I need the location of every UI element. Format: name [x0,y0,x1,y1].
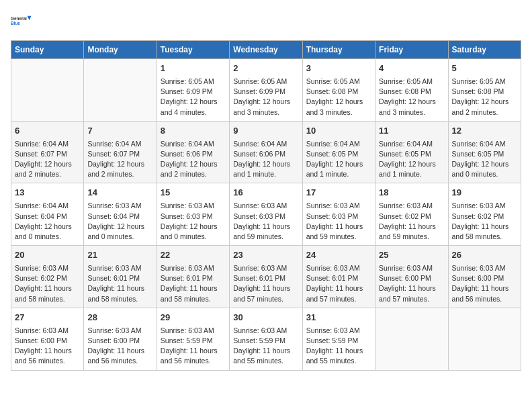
day-info: Sunrise: 6:03 AM [452,263,517,273]
day-info: Sunrise: 6:04 AM [379,139,444,149]
day-number: 16 [233,187,298,199]
day-number: 26 [452,249,517,262]
calendar-cell [448,308,521,370]
day-info: Daylight: 12 hours and 0 minutes. [452,159,517,179]
day-info: Daylight: 12 hours and 1 minute. [233,159,298,179]
day-info: Daylight: 12 hours and 3 minutes. [233,97,298,117]
day-info: Sunset: 6:01 PM [233,273,298,283]
calendar-cell: 19Sunrise: 6:03 AMSunset: 6:02 PMDayligh… [448,183,521,246]
day-info: Daylight: 12 hours and 4 minutes. [161,97,226,117]
day-number: 6 [15,125,80,138]
day-number: 7 [87,125,152,138]
day-info: Sunset: 6:00 PM [15,336,80,346]
day-info: Sunrise: 6:04 AM [233,139,298,149]
day-number: 3 [306,62,371,75]
day-info: Sunset: 6:09 PM [233,87,298,97]
day-number: 18 [379,187,444,199]
calendar-cell: 27Sunrise: 6:03 AMSunset: 6:00 PMDayligh… [11,308,84,370]
calendar-week-3: 13Sunrise: 6:04 AMSunset: 6:04 PMDayligh… [11,183,521,246]
calendar-cell: 21Sunrise: 6:03 AMSunset: 6:01 PMDayligh… [84,246,157,308]
calendar-cell: 23Sunrise: 6:03 AMSunset: 6:01 PMDayligh… [230,246,302,308]
day-number: 12 [452,125,517,138]
day-info: Sunset: 6:08 PM [452,87,517,97]
calendar-cell: 5Sunrise: 6:05 AMSunset: 6:08 PMDaylight… [448,59,521,122]
day-info: Sunrise: 6:04 AM [161,139,226,149]
day-info: Daylight: 11 hours and 56 minutes. [452,283,517,304]
day-info: Daylight: 11 hours and 57 minutes. [233,283,298,304]
calendar-cell: 18Sunrise: 6:03 AMSunset: 6:02 PMDayligh… [375,183,448,246]
day-info: Daylight: 11 hours and 58 minutes. [452,222,517,242]
day-info: Sunrise: 6:04 AM [15,139,80,149]
day-number: 8 [161,125,226,138]
day-info: Sunrise: 6:03 AM [15,326,80,336]
day-info: Daylight: 12 hours and 2 minutes. [161,159,226,179]
day-info: Sunset: 6:04 PM [87,212,152,222]
day-info: Sunrise: 6:03 AM [87,201,152,211]
calendar-cell: 7Sunrise: 6:04 AMSunset: 6:07 PMDaylight… [84,121,157,183]
day-info: Daylight: 11 hours and 59 minutes. [306,222,371,242]
day-number: 31 [306,312,371,324]
day-info: Sunrise: 6:03 AM [161,326,226,336]
svg-text:Blue: Blue [11,21,20,26]
day-info: Sunrise: 6:04 AM [306,139,371,149]
day-info: Sunset: 6:09 PM [161,87,226,97]
day-info: Daylight: 12 hours and 0 minutes. [87,222,152,242]
day-info: Daylight: 12 hours and 3 minutes. [379,97,444,117]
calendar-cell: 11Sunrise: 6:04 AMSunset: 6:05 PMDayligh… [375,121,448,183]
day-number: 20 [15,249,80,262]
day-info: Daylight: 12 hours and 2 minutes. [87,159,152,179]
page-header: GeneralBlue [11,11,521,32]
day-info: Sunset: 6:02 PM [379,212,444,222]
calendar-week-5: 27Sunrise: 6:03 AMSunset: 6:00 PMDayligh… [11,308,521,370]
day-info: Sunset: 6:05 PM [306,149,371,159]
day-info: Sunset: 6:08 PM [379,87,444,97]
day-info: Daylight: 11 hours and 55 minutes. [306,346,371,366]
day-info: Sunset: 6:08 PM [306,87,371,97]
day-info: Sunset: 6:02 PM [452,212,517,222]
day-number: 29 [161,312,226,324]
logo: GeneralBlue [11,11,32,32]
day-number: 10 [306,125,371,138]
header-sunday: Sunday [11,41,84,59]
day-info: Sunrise: 6:04 AM [15,201,80,211]
day-info: Daylight: 12 hours and 2 minutes. [15,159,80,179]
day-info: Sunset: 5:59 PM [161,336,226,346]
day-info: Sunrise: 6:03 AM [161,263,226,273]
calendar-cell: 14Sunrise: 6:03 AMSunset: 6:04 PMDayligh… [84,183,157,246]
day-info: Sunset: 6:03 PM [161,212,226,222]
day-info: Daylight: 11 hours and 56 minutes. [161,346,226,366]
day-info: Daylight: 11 hours and 58 minutes. [87,283,152,304]
day-info: Sunset: 6:01 PM [161,273,226,283]
day-info: Daylight: 12 hours and 1 minute. [379,159,444,179]
day-info: Sunrise: 6:03 AM [233,326,298,336]
day-info: Daylight: 11 hours and 57 minutes. [306,283,371,304]
day-number: 11 [379,125,444,138]
svg-text:General: General [11,16,27,21]
day-info: Sunrise: 6:03 AM [379,201,444,211]
calendar-header-row: SundayMondayTuesdayWednesdayThursdayFrid… [11,41,521,59]
calendar-week-2: 6Sunrise: 6:04 AMSunset: 6:07 PMDaylight… [11,121,521,183]
day-info: Daylight: 11 hours and 57 minutes. [379,283,444,304]
calendar-cell: 9Sunrise: 6:04 AMSunset: 6:06 PMDaylight… [230,121,302,183]
calendar-cell: 3Sunrise: 6:05 AMSunset: 6:08 PMDaylight… [302,59,375,122]
day-info: Sunrise: 6:04 AM [452,139,517,149]
day-info: Sunrise: 6:03 AM [161,201,226,211]
day-info: Sunset: 6:06 PM [233,149,298,159]
day-info: Sunrise: 6:03 AM [306,263,371,273]
calendar-body: 1Sunrise: 6:05 AMSunset: 6:09 PMDaylight… [11,59,521,371]
day-number: 1 [161,62,226,75]
header-monday: Monday [84,41,157,59]
day-number: 2 [233,62,298,75]
calendar-cell: 24Sunrise: 6:03 AMSunset: 6:01 PMDayligh… [302,246,375,308]
calendar-cell: 16Sunrise: 6:03 AMSunset: 6:03 PMDayligh… [230,183,302,246]
day-info: Sunset: 6:07 PM [87,149,152,159]
calendar-table: SundayMondayTuesdayWednesdayThursdayFrid… [11,40,521,371]
calendar-cell: 20Sunrise: 6:03 AMSunset: 6:02 PMDayligh… [11,246,84,308]
day-info: Daylight: 11 hours and 58 minutes. [15,283,80,304]
day-info: Sunrise: 6:05 AM [452,77,517,87]
calendar-cell: 31Sunrise: 6:03 AMSunset: 5:59 PMDayligh… [302,308,375,370]
calendar-cell: 22Sunrise: 6:03 AMSunset: 6:01 PMDayligh… [157,246,229,308]
day-info: Sunrise: 6:03 AM [452,201,517,211]
calendar-cell [375,308,448,370]
day-info: Sunrise: 6:03 AM [87,263,152,273]
